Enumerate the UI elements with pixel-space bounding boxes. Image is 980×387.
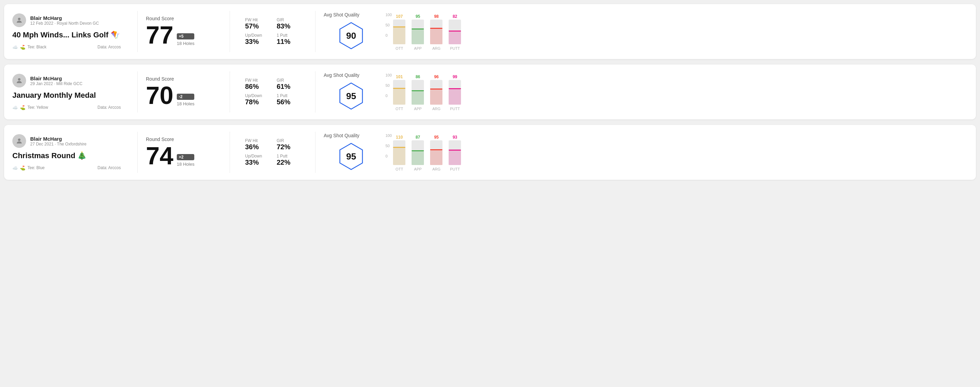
weather-icon: ☁️ (12, 105, 18, 110)
score-row: 74+218 Holes (146, 143, 221, 168)
chart-axis-label: OTT (395, 46, 403, 51)
hexagon-container: 95 (336, 81, 367, 111)
user-icon (16, 16, 23, 24)
chart-wrapper: 100500110OTT87APP95ARG93PUTT (385, 133, 968, 171)
stat-value: 72% (277, 143, 300, 151)
hex-score: 95 (346, 151, 356, 162)
stat-label: FW Hit (245, 17, 269, 22)
chart-y-labels: 100500 (385, 13, 391, 37)
bar-fill (412, 151, 424, 165)
round-title: 40 Mph Winds... Links Golf 🪁 (12, 30, 121, 40)
weather-icon: ☁️ (12, 165, 18, 171)
user-header: Blair McHarg27 Dec 2021 · The Oxfordshir… (12, 134, 121, 148)
chart-section: 100500101OTT86APP96ARG99PUTT (379, 73, 968, 111)
chart-y-labels: 100500 (385, 133, 391, 158)
bar-line (393, 26, 406, 27)
avatar (12, 74, 26, 87)
user-info: Blair McHarg27 Dec 2021 · The Oxfordshir… (30, 136, 86, 146)
stat-item-3: 1 Putt11% (277, 33, 300, 46)
chart-value-label: 110 (396, 135, 402, 140)
bar-line (393, 147, 406, 148)
user-name: Blair McHarg (30, 15, 99, 21)
score-badge: +2 (177, 154, 194, 160)
round-title: January Monthly Medal (12, 91, 121, 100)
user-info: Blair McHarg29 Jan 2022 · Mill Ride GCC (30, 76, 83, 86)
chart-axis-label: APP (414, 46, 422, 51)
chart-axis-label: PUTT (450, 46, 460, 51)
chart-value-label: 93 (453, 135, 457, 140)
chart-col-2: 98ARG (430, 14, 442, 51)
chart-col-3: 82PUTT (449, 14, 461, 51)
bar-chart: 107OTT95APP98ARG82PUTT (393, 13, 461, 51)
chart-y-labels: 100500 (385, 73, 391, 98)
svg-point-1 (18, 78, 20, 81)
stat-item-3: 1 Putt22% (277, 154, 300, 167)
tee-icon: ⛳ (20, 165, 25, 171)
chart-value-label: 98 (434, 14, 439, 19)
stat-value: 78% (245, 98, 269, 106)
bar-wrapper (393, 140, 406, 165)
chart-value-label: 99 (453, 75, 457, 79)
svg-point-2 (18, 139, 20, 141)
user-name: Blair McHarg (30, 76, 83, 81)
chart-col-1: 95APP (412, 14, 424, 51)
bar-wrapper (430, 19, 442, 44)
chart-section: 100500107OTT95APP98ARG82PUTT (379, 13, 968, 51)
bar-fill (393, 27, 406, 44)
bar-fill (412, 91, 424, 105)
bar-fill (430, 29, 442, 44)
quality-section: Avg Shot Quality 90 (324, 12, 379, 51)
avatar (12, 134, 26, 148)
stat-item-2: Up/Down78% (245, 93, 269, 106)
chart-col-2: 96ARG (430, 75, 442, 111)
bar-wrapper (393, 19, 406, 44)
stat-value: 33% (245, 38, 269, 46)
chart-value-label: 95 (434, 135, 439, 140)
chart-col-0: 107OTT (393, 14, 406, 51)
score-badge-col: +218 Holes (177, 154, 194, 168)
stat-item-0: FW Hit57% (245, 17, 269, 30)
bar-line (449, 149, 461, 151)
stat-label: 1 Putt (277, 33, 300, 38)
stat-item-2: Up/Down33% (245, 154, 269, 167)
quality-label: Avg Shot Quality (324, 72, 360, 78)
tee-label: Tee: Blue (27, 165, 45, 170)
tee-icon: ⛳ (20, 105, 25, 110)
bar-line (449, 88, 461, 89)
divider (315, 71, 315, 113)
y-axis-label: 50 (385, 83, 391, 87)
round-card-2: Blair McHarg29 Jan 2022 · Mill Ride GCCJ… (4, 65, 976, 119)
score-badge-col: +518 Holes (177, 33, 194, 48)
chart-col-0: 110OTT (393, 135, 406, 171)
chart-axis-label: ARG (432, 46, 441, 51)
stats-section: FW Hit57%GIR83%Up/Down33%1 Putt11% (238, 17, 307, 46)
stat-value: 11% (277, 38, 300, 46)
quality-section: Avg Shot Quality 95 (324, 72, 379, 111)
chart-col-3: 93PUTT (449, 135, 461, 171)
chart-axis-label: OTT (395, 167, 403, 171)
tee-info: ☁️ ⛳ Tee: Blue (12, 165, 45, 171)
bar-fill (449, 89, 461, 105)
bar-wrapper (430, 140, 442, 165)
score-number: 77 (146, 23, 173, 48)
bar-fill (430, 150, 442, 165)
stat-label: GIR (277, 17, 300, 22)
chart-col-0: 101OTT (393, 75, 406, 111)
stat-label: GIR (277, 78, 300, 82)
score-row: 70-218 Holes (146, 83, 221, 108)
data-source: Data: Arccos (97, 105, 121, 110)
holes-label: 18 Holes (177, 101, 194, 106)
tee-icon: ⛳ (20, 44, 25, 50)
stat-value: 57% (245, 22, 269, 30)
bar-chart: 110OTT87APP95ARG93PUTT (393, 133, 461, 171)
bar-wrapper (449, 80, 461, 105)
bar-line (430, 149, 442, 150)
divider (230, 132, 230, 173)
footer-info: ☁️ ⛳ Tee: BlueData: Arccos (12, 165, 121, 171)
stats-grid: FW Hit36%GIR72%Up/Down33%1 Putt22% (245, 138, 300, 167)
score-number: 74 (146, 143, 173, 168)
stat-label: GIR (277, 138, 300, 143)
stat-value: 83% (277, 22, 300, 30)
score-badge: -2 (177, 94, 194, 100)
round-score-label: Round Score (146, 16, 221, 21)
